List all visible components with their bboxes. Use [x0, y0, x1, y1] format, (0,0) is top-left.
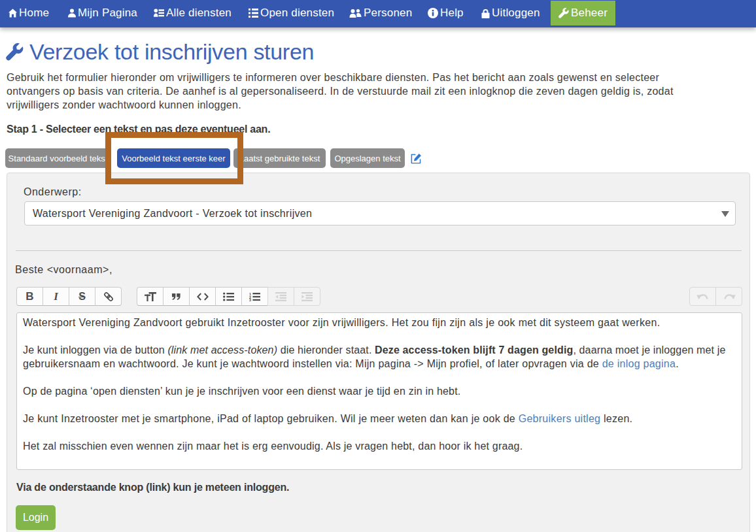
svg-text:3: 3 — [249, 298, 251, 301]
